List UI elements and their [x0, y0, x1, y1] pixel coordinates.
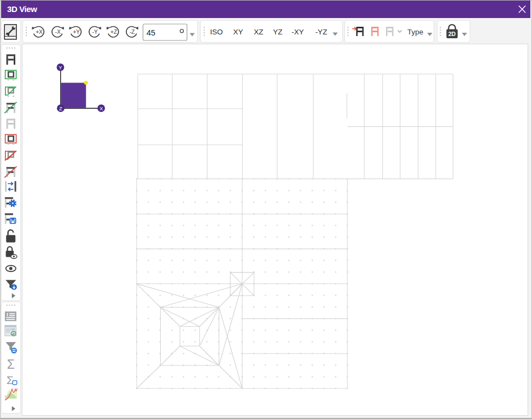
svg-text:45: 45	[147, 28, 155, 37]
svg-text:-Y: -Y	[92, 29, 98, 35]
svg-text:X: X	[100, 105, 103, 111]
svg-text:Y: Y	[59, 64, 62, 70]
svg-text:+Z: +Z	[110, 29, 117, 35]
svg-text:YZ: YZ	[273, 28, 282, 36]
svg-text:-Z: -Z	[130, 29, 135, 35]
svg-text:+X: +X	[36, 29, 43, 35]
svg-text:XY: XY	[233, 28, 243, 36]
svg-text:-X: -X	[55, 29, 61, 35]
svg-text:XZ: XZ	[254, 28, 263, 36]
svg-text:Type: Type	[407, 28, 423, 36]
svg-text:Σ: Σ	[7, 357, 15, 371]
svg-text:2D: 2D	[448, 31, 456, 37]
svg-text:Z: Z	[59, 105, 62, 111]
svg-text:-XY: -XY	[291, 28, 304, 36]
svg-text:-YZ: -YZ	[315, 28, 328, 36]
svg-text:+Y: +Y	[73, 29, 80, 35]
svg-text:ISO: ISO	[210, 28, 223, 36]
